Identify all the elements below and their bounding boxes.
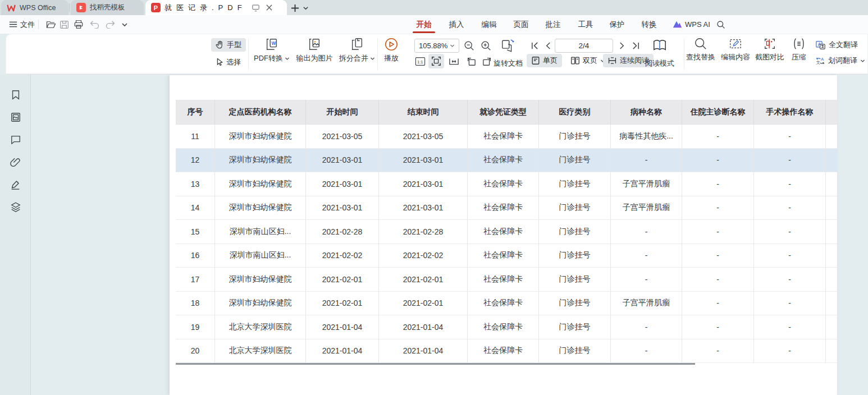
table-cell: 12 bbox=[176, 149, 215, 173]
zoom-level-select[interactable]: 105.88% bbox=[414, 39, 459, 53]
rotate-right-button[interactable] bbox=[480, 55, 495, 67]
pdf-convert-label: PDF转换 bbox=[254, 53, 283, 63]
page-number-input[interactable] bbox=[555, 39, 613, 53]
send-to-device-icon[interactable] bbox=[252, 4, 260, 12]
pdf-convert-icon: W bbox=[264, 37, 279, 52]
file-menu-label: 文件 bbox=[20, 20, 35, 30]
bookmark-icon[interactable] bbox=[10, 89, 21, 100]
table-cell: 2021-01-04 bbox=[379, 339, 468, 364]
file-menu-button[interactable]: 文件 bbox=[9, 15, 35, 34]
thumbnail-icon[interactable] bbox=[10, 112, 21, 123]
table-row: 11深圳市妇幼保健院2021-03-052021-03-05社会保障卡门诊挂号病… bbox=[176, 125, 837, 149]
menu-bar: 文件 开始 插入 编辑 页面 批注 工具 保护 转换 bbox=[0, 15, 868, 34]
open-file-button[interactable] bbox=[46, 15, 56, 34]
table-cell: 2021-02-28 bbox=[306, 220, 379, 244]
word-translate-button[interactable]: 文A 划词翻译 bbox=[815, 56, 865, 66]
table-cell: 门诊挂号 bbox=[539, 149, 611, 173]
word-translate-icon: 文A bbox=[815, 56, 825, 66]
pdf-page[interactable]: 序号定点医药机构名称开始时间结束时间就诊凭证类型医疗类别病种名称住院主诊断名称手… bbox=[170, 75, 837, 395]
redo-button[interactable] bbox=[106, 15, 115, 34]
redo-icon bbox=[106, 20, 115, 29]
first-page-icon bbox=[531, 42, 539, 50]
last-page-button[interactable] bbox=[629, 39, 642, 53]
table-cell: 2021-02-01 bbox=[306, 268, 379, 292]
comment-icon[interactable] bbox=[10, 134, 21, 145]
table-cell: 2021-03-01 bbox=[379, 149, 468, 173]
table-cell bbox=[826, 268, 837, 292]
close-tab-icon[interactable] bbox=[266, 4, 273, 11]
read-mode-button[interactable] bbox=[651, 38, 668, 53]
rotate-left-button[interactable] bbox=[464, 55, 478, 67]
compress-label: 压缩 bbox=[792, 52, 806, 62]
menu-item-insert[interactable]: 插入 bbox=[444, 15, 469, 34]
table-cell: - bbox=[754, 125, 826, 149]
table-cell: 北京大学深圳医院 bbox=[215, 315, 306, 339]
table-cell: 子宫平滑肌瘤 bbox=[611, 172, 682, 196]
table-cell: - bbox=[682, 268, 754, 292]
menu-item-edit[interactable]: 编辑 bbox=[477, 15, 501, 34]
rotate-right-icon bbox=[482, 57, 492, 66]
wps-ai-logo-icon bbox=[673, 20, 682, 29]
table-cell: 社会保障卡 bbox=[468, 220, 539, 244]
table-cell: 2021-02-02 bbox=[306, 244, 379, 268]
table-cell: 深圳市妇幼保健院 bbox=[215, 172, 306, 196]
table-header-row: 序号定点医药机构名称开始时间结束时间就诊凭证类型医疗类别病种名称住院主诊断名称手… bbox=[176, 100, 837, 125]
menu-item-convert[interactable]: 转换 bbox=[637, 15, 661, 34]
select-tool-button[interactable]: 选择 bbox=[211, 56, 245, 69]
play-button[interactable]: 播放 bbox=[368, 37, 415, 63]
first-page-button[interactable] bbox=[528, 39, 541, 53]
hand-tool-button[interactable]: 手型 bbox=[211, 38, 246, 52]
save-button[interactable] bbox=[60, 15, 69, 34]
edit-content-icon bbox=[729, 37, 742, 50]
full-text-translate-button[interactable]: A 全文翻译 bbox=[815, 40, 858, 50]
undo-button[interactable] bbox=[90, 15, 99, 34]
quickbar-chevron-icon[interactable] bbox=[121, 15, 128, 34]
menu-item-protect[interactable]: 保护 bbox=[605, 15, 629, 34]
zoom-out-button[interactable] bbox=[462, 39, 476, 53]
signature-icon[interactable] bbox=[10, 179, 21, 190]
pdf-convert-button[interactable]: W PDF转换 bbox=[248, 37, 295, 63]
new-tab-button[interactable] bbox=[289, 2, 301, 14]
rotate-document-icon bbox=[501, 39, 515, 53]
rotate-document-label[interactable]: 旋转文档 bbox=[492, 58, 524, 68]
table-cell: - bbox=[682, 339, 754, 364]
menu-item-page[interactable]: 页面 bbox=[509, 15, 533, 34]
previous-page-button[interactable] bbox=[542, 39, 554, 53]
tab-list-chevron-icon[interactable] bbox=[301, 3, 310, 12]
table-cell: 2021-03-05 bbox=[306, 125, 379, 149]
table-cell: 门诊挂号 bbox=[539, 268, 611, 292]
print-button[interactable] bbox=[74, 15, 84, 34]
next-page-button[interactable] bbox=[615, 39, 628, 53]
fit-width-button[interactable] bbox=[446, 55, 461, 67]
table-cell bbox=[826, 196, 837, 221]
menu-item-annotate[interactable]: 批注 bbox=[541, 15, 565, 34]
zoom-in-button[interactable] bbox=[478, 39, 493, 53]
single-page-label: 单页 bbox=[543, 56, 558, 66]
export-as-image-button[interactable]: 输出为图片 bbox=[291, 37, 338, 63]
actual-size-button[interactable]: 1:1 bbox=[413, 55, 427, 67]
tab-wps-office[interactable]: WPS Office bbox=[1, 0, 68, 15]
menu-search-button[interactable] bbox=[716, 15, 725, 34]
tab-docer-templates[interactable]: 找稻壳模板 bbox=[71, 0, 144, 15]
read-mode-label[interactable]: 阅读模式 bbox=[643, 58, 676, 68]
attachment-icon[interactable] bbox=[10, 157, 21, 168]
tab-medical-record-pdf[interactable]: P 就医记录.PDF bbox=[145, 0, 287, 15]
layers-icon[interactable] bbox=[10, 201, 21, 213]
table-cell bbox=[826, 172, 837, 196]
save-icon bbox=[60, 20, 69, 29]
play-icon bbox=[384, 37, 399, 52]
select-tool-label: 选择 bbox=[226, 57, 241, 67]
menu-item-tools[interactable]: 工具 bbox=[573, 15, 598, 34]
table-cell: 2021-03-05 bbox=[379, 125, 468, 149]
table-cell: - bbox=[611, 315, 682, 339]
split-merge-icon bbox=[350, 37, 364, 52]
table-cell: 20 bbox=[176, 339, 215, 364]
wps-ai-button[interactable]: WPS AI bbox=[673, 15, 710, 34]
single-page-button[interactable]: 单页 bbox=[527, 54, 562, 67]
fit-page-button[interactable] bbox=[428, 54, 444, 68]
rotate-document-button[interactable] bbox=[500, 38, 517, 53]
double-page-label: 双页 bbox=[583, 56, 597, 66]
table-cell: 2021-03-01 bbox=[306, 196, 379, 221]
play-label: 播放 bbox=[384, 53, 399, 63]
find-replace-icon bbox=[694, 37, 707, 50]
